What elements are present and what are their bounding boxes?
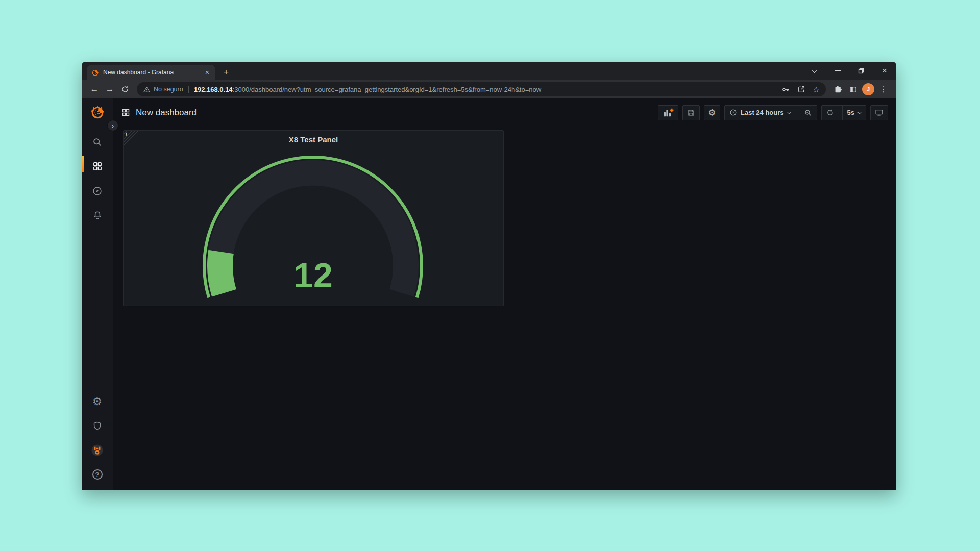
side-panel-button[interactable] (845, 82, 861, 97)
share-icon (797, 85, 805, 93)
sidebar-item-explore[interactable] (87, 181, 108, 201)
tv-monitor-icon (875, 108, 884, 117)
sidebar-item-user-profile[interactable] (87, 440, 108, 460)
url-text[interactable]: 192.168.0.14:3000/dashboard/new?utm_sour… (194, 86, 774, 93)
time-range-picker[interactable]: Last 24 hours (725, 106, 795, 120)
add-panel-button[interactable] (658, 105, 678, 120)
omnibox-divider (188, 86, 189, 93)
dashboard-topbar: New dashboard (113, 98, 896, 127)
window-restore-button[interactable] (849, 62, 873, 80)
reload-icon (121, 85, 129, 93)
browser-menu-button[interactable]: ⋮ (876, 82, 891, 97)
refresh-button[interactable] (822, 106, 839, 120)
side-panel-icon (849, 85, 857, 94)
refresh-interval-dropdown[interactable]: 5s (842, 106, 866, 120)
grafana-favicon-icon (91, 69, 99, 77)
save-icon (687, 109, 695, 117)
sidebar-item-alerting[interactable] (87, 206, 108, 225)
time-range-chevron-icon (787, 110, 791, 114)
page-title: New dashboard (136, 108, 197, 118)
bell-icon (92, 210, 103, 220)
reload-button[interactable] (117, 82, 133, 97)
back-button[interactable]: ← (87, 82, 102, 97)
refresh-icon (826, 109, 834, 116)
window-close-button[interactable]: × (873, 62, 896, 80)
zoom-out-icon (804, 109, 812, 117)
kiosk-mode-button[interactable] (870, 105, 888, 120)
browser-toolbar: ← → No seguro 192.168.0.14:3000/dashboar… (82, 80, 896, 98)
dashboard-controls: ⚙ Last 24 hours (658, 105, 888, 120)
grafana-app: › (82, 98, 896, 490)
tab-close-icon[interactable]: × (204, 68, 211, 77)
security-label[interactable]: No seguro (154, 86, 183, 93)
panel-title[interactable]: X8 Test Panel (124, 131, 503, 148)
browser-window: New dashboard - Grafana × + × ← → (82, 62, 896, 490)
gauge-value-text: 12 (124, 258, 503, 292)
info-icon: i (126, 131, 127, 137)
bookmark-star-icon[interactable]: ☆ (813, 85, 820, 94)
share-button[interactable] (797, 85, 805, 93)
dashboards-grid-icon (92, 161, 103, 171)
clock-icon (729, 109, 737, 116)
puzzle-icon (834, 85, 842, 94)
gauge-visualization: 12 (124, 131, 503, 306)
tab-strip: New dashboard - Grafana × + × (82, 62, 896, 80)
save-dashboard-button[interactable] (682, 105, 700, 120)
key-icon (781, 85, 790, 94)
tab-title: New dashboard - Grafana (103, 69, 200, 76)
gauge-panel[interactable]: i X8 Test Panel 12 (123, 130, 504, 306)
url-path: :3000/dashboard/new?utm_source=grafana_g… (233, 86, 542, 93)
user-avatar-identicon (90, 443, 104, 457)
shield-icon (92, 421, 102, 431)
dashboard-grid-icon (121, 108, 130, 117)
compass-icon (92, 186, 103, 196)
grafana-sidebar: › (82, 98, 113, 490)
window-minimize-button[interactable] (826, 62, 849, 80)
refresh-interval-label: 5s (847, 109, 854, 116)
sidebar-item-configuration[interactable]: ⚙ (87, 391, 108, 411)
not-secure-warning-icon (143, 86, 151, 93)
settings-gear-icon: ⚙ (708, 109, 716, 117)
dashboard-settings-button[interactable]: ⚙ (704, 105, 720, 120)
time-range-group: Last 24 hours (724, 105, 817, 120)
sidebar-item-server-admin[interactable] (87, 416, 108, 435)
browser-tab[interactable]: New dashboard - Grafana × (87, 65, 215, 80)
url-host: 192.168.0.14 (194, 86, 233, 93)
forward-button[interactable]: → (102, 82, 117, 97)
refresh-group: 5s (821, 105, 866, 120)
zoom-out-time-button[interactable] (799, 106, 817, 120)
search-icon (92, 137, 103, 147)
tab-search-chevron-icon[interactable] (802, 62, 826, 80)
address-bar[interactable]: No seguro 192.168.0.14:3000/dashboard/ne… (137, 82, 826, 96)
gear-icon: ⚙ (92, 396, 102, 407)
dashboard-canvas: i X8 Test Panel 12 (113, 127, 896, 306)
restore-icon (858, 68, 864, 74)
new-tab-button[interactable]: + (219, 66, 233, 79)
sidebar-expand-button[interactable]: › (107, 120, 118, 131)
sidebar-item-dashboards[interactable] (87, 157, 108, 176)
sidebar-item-search[interactable] (87, 132, 108, 152)
time-range-label: Last 24 hours (741, 109, 784, 116)
sidebar-item-help[interactable]: ? (87, 465, 108, 484)
profile-avatar[interactable]: J (862, 83, 874, 95)
grafana-logo-icon[interactable] (90, 105, 105, 120)
extensions-button[interactable] (830, 82, 845, 97)
grafana-main: New dashboard (113, 98, 896, 490)
help-icon: ? (92, 469, 103, 480)
add-panel-icon (663, 108, 674, 118)
active-section-indicator (82, 156, 84, 172)
window-controls: × (802, 62, 896, 80)
refresh-interval-chevron-icon (857, 110, 862, 114)
password-key-button[interactable] (781, 85, 790, 94)
